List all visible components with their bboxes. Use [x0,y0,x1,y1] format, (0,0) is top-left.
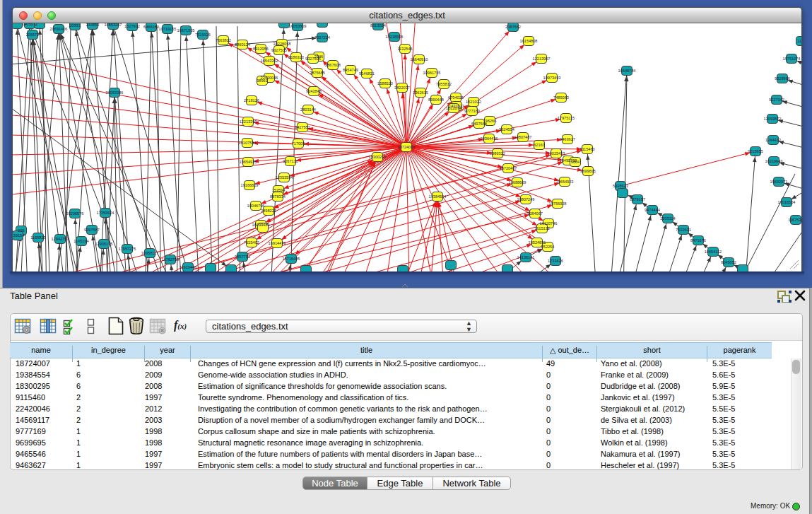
svg-text:10025453: 10025453 [548,151,565,156]
svg-text:19654923: 19654923 [556,180,574,184]
svg-text:18226058: 18226058 [273,42,291,46]
svg-text:20206576: 20206576 [66,211,84,216]
svg-text:205572: 205572 [26,33,40,37]
svg-text:10853267: 10853267 [105,23,122,27]
svg-text:18807249: 18807249 [517,197,535,201]
svg-text:12905135: 12905135 [95,242,113,246]
svg-text:9457791: 9457791 [235,255,250,259]
svg-text:20053346: 20053346 [106,90,124,95]
svg-text:226: 226 [18,228,24,233]
svg-text:9397587: 9397587 [84,228,100,232]
svg-text:20931: 20931 [69,23,81,28]
svg-text:11923448: 11923448 [180,265,196,269]
svg-text:10958117: 10958117 [141,251,158,255]
svg-text:19384554: 19384554 [429,194,447,199]
svg-text:7357224: 7357224 [314,35,330,40]
svg-text:1733426: 1733426 [548,259,563,263]
svg-text:12942757: 12942757 [52,237,69,241]
svg-text:10654112: 10654112 [705,250,722,254]
svg-text:8186323: 8186323 [288,55,304,59]
svg-text:16099489: 16099489 [252,223,270,227]
svg-text:1167533: 1167533 [788,218,801,222]
svg-text:717006: 717006 [292,141,305,146]
svg-text:20691406: 20691406 [50,27,68,31]
svg-text:16671355: 16671355 [177,28,195,33]
svg-text:16210643: 16210643 [765,159,783,163]
svg-text:16640910: 16640910 [411,57,428,62]
svg-text:7625402: 7625402 [244,240,259,245]
svg-text:18300295: 18300295 [369,155,387,159]
svg-text:9463627: 9463627 [560,137,575,141]
svg-text:7955812: 7955812 [436,82,452,86]
svg-text:1621022: 1621022 [466,100,481,104]
svg-text:9242848: 9242848 [306,89,322,93]
svg-text:9327505: 9327505 [271,48,287,52]
svg-text:1145194: 1145194 [73,239,88,243]
svg-text:8990448: 8990448 [428,98,444,102]
svg-text:8427552: 8427552 [295,125,310,129]
svg-text:19166829: 19166829 [241,183,259,187]
svg-text:1612074: 1612074 [446,106,461,110]
svg-text:19218506: 19218506 [386,35,404,39]
svg-text:19654925: 19654925 [240,160,257,164]
svg-text:2803144: 2803144 [300,107,316,112]
svg-text:3822037: 3822037 [394,86,410,90]
svg-text:2867608: 2867608 [325,63,341,67]
svg-text:3215955: 3215955 [748,149,763,153]
svg-text:16154808: 16154808 [520,39,538,43]
svg-text:7986322: 7986322 [490,151,505,156]
svg-text:8454749: 8454749 [343,68,358,72]
svg-text:17359924: 17359924 [97,211,114,215]
svg-text:210853: 210853 [86,23,100,27]
svg-text:62160: 62160 [534,143,545,147]
svg-text:15692971: 15692971 [770,180,788,184]
svg-text:15751074: 15751074 [783,57,801,61]
svg-text:153594: 153594 [272,188,286,192]
svg-text:7485063: 7485063 [553,95,569,100]
svg-text:1362615: 1362615 [413,90,428,95]
svg-text:10046796: 10046796 [247,204,265,208]
svg-text:15716485: 15716485 [283,257,300,261]
svg-text:7632621: 7632621 [676,228,691,232]
svg-text:8860124: 8860124 [235,42,250,47]
svg-text:16914479: 16914479 [269,241,286,245]
svg-text:7663822: 7663822 [216,38,231,42]
svg-text:16543362: 16543362 [261,59,278,63]
svg-text:6497568: 6497568 [471,122,487,126]
svg-text:8878334: 8878334 [270,194,286,199]
svg-text:17975115: 17975115 [558,116,575,120]
svg-text:12353594: 12353594 [276,175,293,180]
svg-text:2718126: 2718126 [244,98,259,103]
svg-text:9804: 9804 [571,160,579,164]
svg-text:139154: 139154 [13,233,24,238]
svg-text:16053809: 16053809 [289,24,307,28]
svg-text:9245652: 9245652 [721,260,736,264]
svg-text:9474444: 9474444 [645,208,660,212]
svg-text:15720407: 15720407 [500,166,517,170]
svg-text:1112: 1112 [797,39,801,43]
svg-text:10807487: 10807487 [514,135,532,139]
svg-text:10688609: 10688609 [509,180,526,185]
svg-text:3875685: 3875685 [310,71,325,75]
svg-text:252254: 252254 [541,245,555,249]
svg-text:1527602: 1527602 [124,24,140,28]
svg-text:16782759: 16782759 [162,257,180,262]
svg-text:17016504: 17016504 [778,200,796,204]
svg-text:10107554: 10107554 [239,141,257,145]
svg-text:1132546: 1132546 [397,47,412,51]
svg-text:9084067: 9084067 [527,211,543,216]
svg-text:9329966: 9329966 [775,76,790,81]
svg-text:9327505: 9327505 [305,57,321,61]
svg-text:2087682: 2087682 [505,25,521,29]
svg-text:1588520: 1588520 [377,81,393,86]
svg-text:9115460: 9115460 [579,147,594,151]
svg-text:16120746: 16120746 [540,221,558,226]
svg-text:10961755: 10961755 [423,71,441,75]
svg-text:9146821: 9146821 [359,71,375,76]
svg-text:6794028: 6794028 [448,95,464,100]
svg-text:9699695: 9699695 [580,169,596,173]
svg-text:8471676: 8471676 [690,238,706,243]
svg-text:3267130: 3267130 [283,159,298,163]
svg-text:6879197: 6879197 [630,197,645,201]
svg-text:3498222: 3498222 [261,209,276,213]
